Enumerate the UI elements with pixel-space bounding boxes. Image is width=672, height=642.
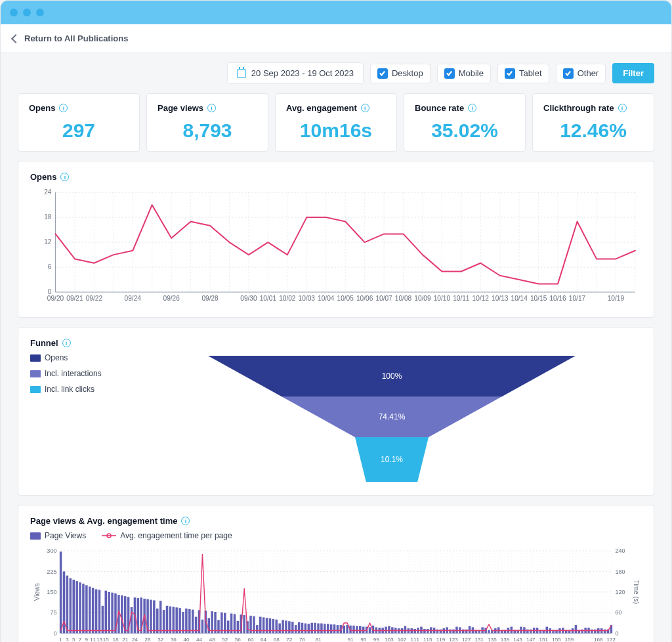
svg-text:10/17: 10/17 <box>569 295 586 302</box>
svg-rect-300 <box>169 607 172 633</box>
svg-text:9: 9 <box>85 637 89 642</box>
check-icon <box>377 68 388 79</box>
svg-text:10/12: 10/12 <box>472 295 490 302</box>
svg-rect-280 <box>105 591 108 633</box>
svg-text:09/24: 09/24 <box>125 295 142 302</box>
svg-rect-323 <box>243 615 245 633</box>
svg-rect-406 <box>511 627 513 633</box>
svg-text:7: 7 <box>79 637 82 642</box>
svg-rect-417 <box>546 627 549 633</box>
info-icon[interactable]: i <box>60 173 69 181</box>
info-icon[interactable]: i <box>618 104 627 112</box>
pv-legend: Page Views Avg. engagement time per page <box>30 531 642 540</box>
breadcrumb-bar: Return to All Publications <box>1 24 671 53</box>
return-link[interactable]: Return to All Publications <box>12 33 128 43</box>
svg-text:Views: Views <box>33 584 41 601</box>
funnel-legend-clicks: Incl. link clicks <box>45 385 94 394</box>
svg-text:68: 68 <box>274 637 280 642</box>
kpi-opens: Opensi 297 <box>18 93 140 152</box>
checkbox-mobile[interactable]: Mobile <box>437 64 491 83</box>
opens-chart-title: Opens <box>30 172 56 182</box>
info-icon[interactable]: i <box>59 104 68 112</box>
svg-text:6: 6 <box>48 263 52 270</box>
svg-rect-307 <box>192 610 194 633</box>
svg-rect-279 <box>102 606 104 633</box>
kpi-ctr-value: 12.46% <box>543 119 643 142</box>
svg-text:12: 12 <box>44 238 52 246</box>
svg-text:13: 13 <box>96 637 103 642</box>
svg-text:81: 81 <box>316 637 322 642</box>
info-icon[interactable]: i <box>207 104 216 112</box>
svg-rect-336 <box>285 621 287 633</box>
svg-text:15: 15 <box>103 637 110 642</box>
svg-rect-305 <box>185 609 188 633</box>
svg-text:10/14: 10/14 <box>511 295 528 302</box>
svg-rect-360 <box>362 627 365 633</box>
svg-rect-354 <box>343 626 346 633</box>
funnel-title: Funnel <box>30 338 58 348</box>
info-icon[interactable]: i <box>62 339 71 347</box>
window-titlebar <box>1 1 671 24</box>
pv-chart-title: Page views & Avg. engagement time <box>30 516 177 526</box>
svg-text:10/15: 10/15 <box>530 295 547 302</box>
svg-rect-321 <box>237 621 240 633</box>
svg-text:60: 60 <box>615 610 621 616</box>
svg-text:95: 95 <box>360 637 367 642</box>
main-content: Opensi 297 Page viewsi 8,793 Avg. engage… <box>1 84 671 642</box>
svg-rect-296 <box>156 609 159 633</box>
svg-rect-268 <box>66 576 69 633</box>
svg-text:168: 168 <box>594 637 603 642</box>
svg-rect-373 <box>404 626 407 633</box>
kpi-engagement: Avg. engagementi 10m16s <box>275 93 397 152</box>
svg-rect-331 <box>269 618 272 633</box>
date-range-button[interactable]: 20 Sep 2023 - 19 Oct 2023 <box>227 62 364 84</box>
checkbox-mobile-label: Mobile <box>459 68 484 78</box>
svg-rect-389 <box>455 627 458 633</box>
svg-rect-314 <box>214 612 217 633</box>
swatch-navy <box>30 354 41 362</box>
info-icon[interactable]: i <box>181 517 190 525</box>
svg-text:99: 99 <box>373 637 380 642</box>
info-icon[interactable]: i <box>361 104 369 112</box>
svg-rect-269 <box>70 578 72 633</box>
svg-text:91: 91 <box>348 637 354 642</box>
svg-text:123: 123 <box>449 637 458 642</box>
pv-legend-line: Avg. engagement time per page <box>120 531 232 540</box>
svg-text:52: 52 <box>222 637 228 642</box>
kpi-engage-value: 10m16s <box>286 119 386 142</box>
checkbox-desktop[interactable]: Desktop <box>370 64 430 83</box>
calendar-icon <box>237 69 246 78</box>
svg-rect-411 <box>526 630 529 633</box>
pv-legend-bars: Page Views <box>45 531 86 540</box>
svg-rect-391 <box>462 630 465 633</box>
svg-text:1: 1 <box>59 637 62 642</box>
svg-text:10/11: 10/11 <box>453 295 470 302</box>
svg-text:09/26: 09/26 <box>163 295 180 302</box>
kpi-ctr: Clickthrough ratei 12.46% <box>532 93 654 152</box>
svg-text:10/16: 10/16 <box>549 295 566 302</box>
svg-text:103: 103 <box>385 637 394 642</box>
check-icon <box>505 68 515 79</box>
svg-rect-299 <box>166 606 169 633</box>
svg-rect-345 <box>314 623 316 633</box>
svg-rect-295 <box>153 601 156 633</box>
svg-text:147: 147 <box>526 637 536 642</box>
checkbox-tablet[interactable]: Tablet <box>497 64 549 83</box>
opens-chart: 0612182409/2009/2109/2209/2409/2609/2809… <box>30 187 642 307</box>
svg-text:10/10: 10/10 <box>434 295 451 302</box>
svg-rect-272 <box>79 583 81 633</box>
info-icon[interactable]: i <box>468 104 476 112</box>
svg-rect-288 <box>131 607 133 633</box>
svg-text:143: 143 <box>513 637 522 642</box>
svg-rect-349 <box>327 624 329 633</box>
svg-rect-388 <box>452 630 455 633</box>
svg-text:11: 11 <box>90 637 96 642</box>
svg-rect-341 <box>301 623 304 633</box>
svg-rect-379 <box>423 629 426 633</box>
checkbox-other[interactable]: Other <box>556 64 606 83</box>
svg-text:48: 48 <box>209 637 216 642</box>
window-dot-1 <box>10 9 18 16</box>
filter-button[interactable]: Filter <box>612 63 654 83</box>
window-dot-3 <box>36 9 44 16</box>
svg-text:76: 76 <box>299 637 306 642</box>
